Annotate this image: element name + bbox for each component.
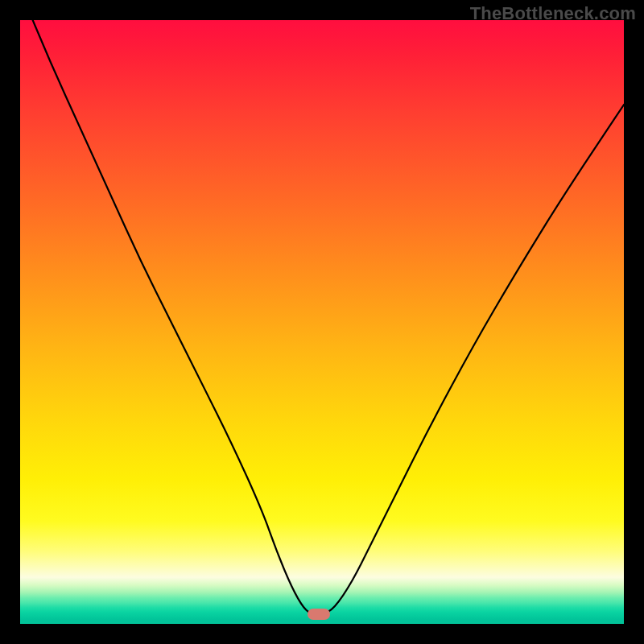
watermark-text: TheBottleneck.com bbox=[470, 3, 636, 24]
optimal-point-marker bbox=[308, 609, 330, 620]
bottleneck-curve bbox=[20, 20, 624, 615]
curve-layer bbox=[20, 20, 624, 624]
chart-frame: TheBottleneck.com bbox=[0, 0, 644, 644]
plot-area bbox=[20, 20, 624, 624]
